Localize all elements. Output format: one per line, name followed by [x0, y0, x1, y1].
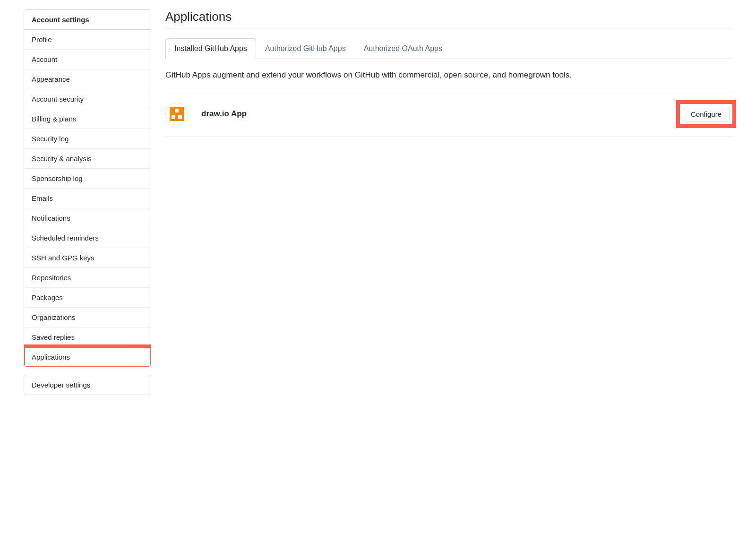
sidebar-item-account-security[interactable]: Account security [24, 89, 151, 109]
settings-sidebar: Account settings Profile Account Appeara… [24, 9, 151, 395]
app-icon-wrap [165, 103, 188, 125]
sidebar-item-applications[interactable]: Applications [24, 347, 151, 367]
main-content: Applications Installed GitHub Apps Autho… [165, 9, 732, 395]
sidebar-item-developer-settings[interactable]: Developer settings [24, 375, 151, 395]
sidebar-item-profile[interactable]: Profile [24, 30, 151, 50]
sidebar-item-packages[interactable]: Packages [24, 288, 151, 308]
sidebar-header: Account settings [24, 10, 151, 30]
sidebar-item-security-analysis[interactable]: Security & analysis [24, 149, 151, 169]
configure-button[interactable]: Configure [683, 107, 730, 121]
sidebar-item-billing[interactable]: Billing & plans [24, 109, 151, 129]
drawio-icon [170, 107, 184, 121]
sidebar-item-repositories[interactable]: Repositories [24, 268, 151, 288]
app-name[interactable]: draw.io App [201, 109, 680, 119]
tab-authorized-oauth-apps[interactable]: Authorized OAuth Apps [355, 38, 451, 59]
sidebar-item-saved-replies[interactable]: Saved replies [24, 327, 151, 347]
sidebar-item-notifications[interactable]: Notifications [24, 208, 151, 228]
sidebar-section-account: Account settings Profile Account Appeara… [24, 9, 151, 367]
page-title: Applications [165, 9, 732, 28]
sidebar-item-emails[interactable]: Emails [24, 189, 151, 208]
sidebar-item-scheduled-reminders[interactable]: Scheduled reminders [24, 228, 151, 248]
sidebar-item-security-log[interactable]: Security log [24, 129, 151, 149]
sidebar-item-organizations[interactable]: Organizations [24, 308, 151, 327]
sidebar-item-ssh-gpg-keys[interactable]: SSH and GPG keys [24, 248, 151, 268]
tabs-nav: Installed GitHub Apps Authorized GitHub … [165, 38, 732, 59]
sidebar-item-account[interactable]: Account [24, 50, 151, 69]
sidebar-item-appearance[interactable]: Appearance [24, 69, 151, 89]
tab-description: GitHub Apps augment and extend your work… [165, 69, 732, 91]
app-row: draw.io App Configure [165, 91, 732, 137]
configure-highlight: Configure [680, 104, 732, 124]
tab-installed-apps[interactable]: Installed GitHub Apps [165, 38, 256, 59]
tab-authorized-github-apps[interactable]: Authorized GitHub Apps [256, 38, 355, 59]
sidebar-item-sponsorship-log[interactable]: Sponsorship log [24, 169, 151, 189]
